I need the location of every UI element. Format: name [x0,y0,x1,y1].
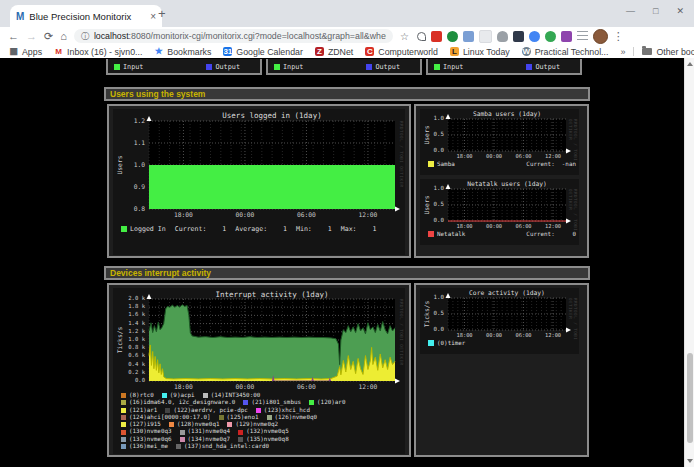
audio-extension-icon[interactable] [497,31,508,42]
x-tick-label: 12:00 [355,384,381,390]
core-activity-chart[interactable]: Core activity (1day)Ticks/s1.00.50.018:0… [420,288,579,354]
green-extension-icon[interactable] [545,31,556,42]
legend-item: (136)mei_me [121,443,168,450]
legend-label: (126)nvme0q0 [275,414,318,421]
legend-item: (122)aerdrv, pcie-dpc [165,407,247,414]
legend-item: (121)ar1 [121,407,157,414]
legend-swatch [121,408,126,413]
legend-label: (8)rtc0 [129,392,154,399]
legend-swatch [309,400,314,405]
legend-item: (120)ar0 [309,399,345,406]
legend-swatch [169,422,174,427]
back-button[interactable]: ← [8,31,19,42]
legend-label: (120)ar0 [317,399,345,406]
input-swatch [114,64,120,70]
gmail-icon: M [54,47,63,56]
browser-toolbar: ← → ⟳ ⌂ ⓘ localhost:8080/monitorix-cgi/m… [0,27,694,45]
y-tick-label: 1.0 [429,295,444,301]
bookmark-star-icon[interactable]: ☆ [400,31,409,42]
search-extension-icon[interactable] [417,32,426,41]
legend-row: (121)ar1(122)aerdrv, pcie-dpc(123)xhci_h… [121,407,402,414]
bookmark-google-calendar[interactable]: 31Google Calendar [223,47,303,57]
netatalk-users-chart[interactable]: Netatalk users (1day)Users1.00.50.018:00… [420,179,579,245]
browser-tab[interactable]: M Blue Precision Monitorix × [10,5,162,27]
bookmark-apps[interactable]: ▦Apps [9,47,42,57]
y-tick-label: 1.0 [122,162,145,168]
mail-extension-icon[interactable] [431,31,442,42]
tab-close-icon[interactable]: × [150,11,156,22]
legend-item: (8)rtc0 [121,392,154,399]
bookmark-bookmarks[interactable]: ★Bookmarks [154,47,211,57]
meet-extension-icon[interactable] [529,31,540,42]
y-tick-label: 1.0 k [122,337,145,343]
legend-label: Samba [437,161,455,167]
x-tick-label: 06:00 [511,154,537,159]
legend-label: (125)eno1 [227,414,259,421]
computerworld-icon: C [365,47,374,56]
reload-button[interactable]: ⟳ [44,31,53,42]
input-label: Input [123,63,143,71]
chart-title: Users logged in (1day) [149,111,395,120]
legend-row: (130)nvme0q3(131)nvme0q4(132)nvme0q5 [121,428,402,435]
chart-legend: (8)rtc0(9)acpi(14)INT3450:00(16)idma64.0… [121,392,402,450]
legend-label: (0)timer [437,340,465,346]
scroll-down-arrow-icon[interactable] [687,459,693,463]
bookmark-computerworld[interactable]: CComputerworld [365,47,438,57]
chart-legend: NetatalkCurrent: 0 [428,231,576,237]
page-info-icon[interactable]: ⓘ [81,31,89,42]
y-tick-label: 1.0 [429,116,444,122]
legend-item: (123)xhci_hcd [256,407,310,414]
users-side-panel: Samba users (1day)Users1.00.50.018:0000:… [414,104,589,258]
legend-label: Average: 1 [235,225,287,233]
bookmark-zdnet[interactable]: ZZDNet [315,47,353,57]
legend-row: Logged InCurrent: 1Average: 1Min: 1Max: … [121,225,402,233]
interrupt-graph-panel[interactable]: Interrupt activity (1day)Ticks/s2.0 k1.8… [107,283,411,457]
bookmark-inbox[interactable]: MInbox (16) - sjvn0... [54,47,142,57]
y-tick-label: 0.8 [122,206,145,212]
browser-menu-icon[interactable]: ⋮ [613,30,624,43]
home-button[interactable]: ⌂ [60,31,67,42]
globe-extension-icon[interactable] [447,31,458,42]
chart-title: Core activity (1day) [448,289,566,296]
users-graph-panel[interactable]: Users logged in (1day)Users1.21.11.00.90… [107,104,411,258]
pages-extension-icon[interactable] [463,31,474,42]
scrollbar-thumb[interactable] [687,353,693,443]
profile-avatar[interactable] [593,29,608,44]
other-bookmarks-button[interactable]: Other bookmarks [642,47,694,57]
x-tick-label: 18:00 [452,224,478,229]
wordpress-icon: W [522,47,531,56]
bookmark-practical-technology[interactable]: WPractical Technol... [522,47,609,57]
x-tick-label: 12:00 [355,212,381,218]
minimize-button[interactable]: — [626,6,635,16]
dark-app-extension-icon[interactable] [513,31,524,42]
scroll-up-arrow-icon[interactable] [687,62,693,66]
legend-label: Logged In [130,225,166,233]
y-tick-label: 1.0 [429,186,444,192]
legend-label: (133)nvme0q6 [129,436,172,443]
address-bar[interactable]: ⓘ localhost:8080/monitorix-cgi/monitorix… [74,29,393,43]
extensions-puzzle-icon[interactable] [561,31,572,42]
rrdtool-watermark: RRDTOOL / TOBI OETIKER [399,121,404,187]
screenshot-extension-icon[interactable] [479,30,492,43]
legend-swatch [121,415,126,420]
bookmarks-overflow-button[interactable]: » [620,47,625,57]
y-tick-label: 1.1 [122,140,145,146]
legend-row: (0)timer [428,340,576,346]
legend-label: (14)INT3450:00 [211,392,261,399]
y-tick-label: 0.8 k [122,345,145,351]
site-favicon-icon: M [16,11,24,22]
maximize-button[interactable]: □ [653,6,658,16]
scrollbar[interactable] [684,58,694,467]
plot-area [448,119,566,151]
input-swatch [274,64,280,70]
section-title-interrupts: Devices interrupt activity [104,266,590,280]
x-tick-label: 18:00 [452,154,478,159]
forward-button[interactable]: → [26,31,37,42]
samba-users-chart[interactable]: Samba users (1day)Users1.00.50.018:0000:… [420,109,579,175]
new-tab-button[interactable]: + [158,6,166,21]
legend-item: Max: 1 [341,225,377,233]
media-list-icon[interactable] [577,31,588,41]
close-button[interactable]: ✕ [676,6,684,16]
legend-swatch [176,444,181,449]
bookmark-linux-today[interactable]: LLinux Today [450,47,510,57]
